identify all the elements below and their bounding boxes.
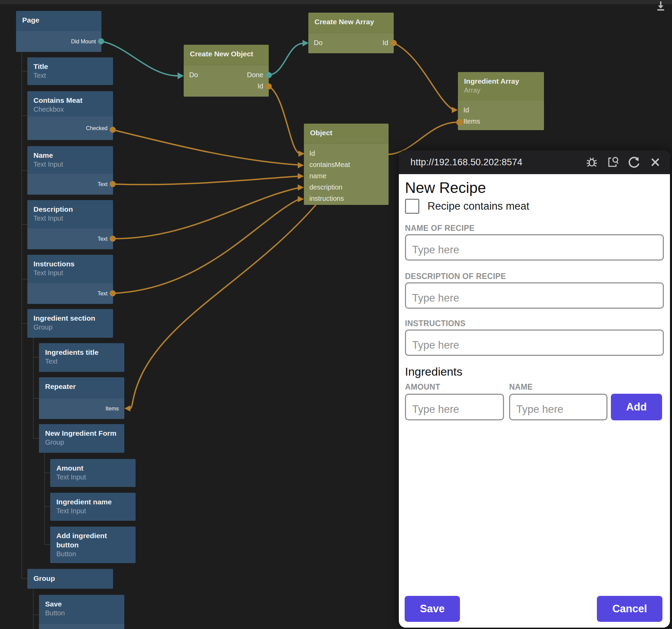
port-items[interactable]: Items	[463, 117, 480, 125]
arrowhead	[298, 196, 304, 202]
node-subtitle: Button	[45, 609, 118, 617]
connection-arrayid-to-ingredientarray-id[interactable]	[394, 43, 452, 109]
recipe-description-input[interactable]	[405, 282, 664, 309]
close-icon[interactable]	[649, 156, 662, 169]
node-ingredient-name-input[interactable]: Ingredient name Text Input	[50, 493, 136, 521]
recipe-instructions-input[interactable]	[405, 330, 664, 356]
port-did-mount[interactable]: Did Mount	[71, 39, 96, 45]
port-do[interactable]: Do	[314, 39, 323, 47]
node-repeater[interactable]: Repeater Items	[39, 377, 124, 419]
port-instructions[interactable]: instructions	[309, 195, 344, 202]
node-title: Amount	[56, 463, 129, 473]
field-label-name: NAME OF RECIPE	[405, 224, 664, 233]
port-text[interactable]: Text	[98, 291, 108, 297]
node-create-new-object[interactable]: Create New Object Do Done Id	[184, 45, 269, 97]
node-title: Ingredient Array	[464, 76, 538, 86]
connection-description-text-to-description[interactable]	[113, 188, 298, 239]
meat-checkbox[interactable]	[405, 199, 419, 214]
arrowhead	[298, 184, 304, 191]
tree-guide	[22, 52, 22, 578]
node-title: Page	[22, 15, 95, 25]
node-new-ingredient-form[interactable]: New Ingredient Form Group	[39, 424, 124, 453]
field-label-description: DESCRIPTION OF RECIPE	[405, 272, 664, 281]
connection-object-to-repeater-items[interactable]	[130, 205, 316, 408]
add-ingredient-button[interactable]: Add	[611, 394, 662, 420]
node-object[interactable]: Object Id containsMeat name description …	[304, 124, 389, 205]
port-id[interactable]: Id	[257, 82, 263, 90]
connection-object-to-ingredientarray-items[interactable]	[389, 122, 456, 154]
bug-icon[interactable]	[585, 156, 598, 169]
connection-checked-to-containsmeat[interactable]	[113, 130, 298, 165]
node-subtitle: Button	[56, 549, 129, 558]
node-subtitle: Group	[33, 323, 107, 332]
node-create-new-array[interactable]: Create New Array Do Id	[308, 13, 394, 53]
connection-name-text-to-name[interactable]	[113, 176, 298, 185]
port-items[interactable]: Items	[106, 406, 119, 412]
arrowhead	[298, 162, 304, 168]
arrowhead	[178, 72, 184, 79]
node-title-text[interactable]: Title Text	[27, 57, 113, 85]
node-title: Description	[33, 205, 107, 214]
connection-done-to-do[interactable]	[269, 43, 303, 75]
node-subtitle: Text Input	[56, 473, 129, 481]
tree-guide	[22, 578, 27, 579]
recipe-name-input[interactable]	[405, 234, 664, 261]
save-button[interactable]: Save	[405, 596, 460, 622]
node-port-section: Do Id	[308, 33, 394, 53]
node-subtitle: Group	[45, 438, 118, 447]
node-add-ingredient-button[interactable]: Add ingredient button Button	[50, 527, 136, 563]
node-ingredient-array[interactable]: Ingredient Array Array Id Items	[458, 72, 544, 130]
ingredient-name-input[interactable]	[509, 394, 607, 420]
download-icon[interactable]	[656, 1, 666, 12]
browser-toolbar: http://192.168.50.202:8574	[399, 150, 670, 174]
node-description-input[interactable]: Description Text Input Text	[27, 200, 113, 249]
url-field[interactable]: http://192.168.50.202:8574	[410, 157, 585, 168]
node-contains-meat[interactable]: Contains Meat Checkbox Checked	[27, 91, 113, 140]
field-label-instructions: INSTRUCTIONS	[405, 319, 664, 328]
node-ingredient-section[interactable]: Ingredient section Group	[27, 309, 113, 338]
preview-browser-window: http://192.168.50.202:8574	[399, 150, 670, 628]
meat-checkbox-label: Recipe contains meat	[428, 200, 529, 212]
ingredients-heading: Ingredients	[405, 364, 664, 379]
port-text[interactable]: Text	[98, 236, 108, 242]
node-title: Object	[310, 128, 382, 137]
port-id[interactable]: Id	[382, 39, 388, 47]
tree-guide	[22, 224, 27, 225]
port-description[interactable]: description	[309, 183, 342, 191]
port-id[interactable]: Id	[463, 106, 469, 114]
node-ingredients-title[interactable]: Ingredients title Text	[39, 343, 124, 372]
port-id[interactable]: Id	[309, 150, 315, 157]
tree-guide	[44, 506, 50, 507]
arrowhead	[303, 40, 309, 46]
node-title: Ingredient name	[56, 497, 129, 506]
port-done[interactable]: Done	[247, 71, 263, 79]
tree-guide	[44, 473, 50, 473]
port-contains-meat[interactable]: containsMeat	[309, 161, 350, 169]
tree-guide	[22, 71, 27, 71]
node-subtitle: Text	[33, 71, 107, 80]
node-port-section: Checked	[27, 116, 113, 140]
connection-id-to-object-id[interactable]	[269, 86, 299, 153]
node-title: Contains Meat	[33, 96, 107, 105]
node-page[interactable]: Page Did Mount	[16, 11, 101, 52]
cancel-button[interactable]: Cancel	[597, 596, 662, 622]
inspect-icon[interactable]	[606, 156, 619, 169]
connection-instructions-text-to-instructions[interactable]	[113, 199, 298, 293]
node-group[interactable]: Group	[27, 569, 113, 589]
tree-guide	[22, 170, 27, 171]
amount-label: AMOUNT	[405, 382, 509, 392]
node-name-input[interactable]: Name Text Input Text	[27, 146, 113, 195]
port-do[interactable]: Do	[189, 71, 198, 79]
preview-page: New Recipe Recipe contains meat NAME OF …	[399, 174, 670, 628]
port-checked[interactable]: Checked	[86, 125, 108, 131]
node-save-button[interactable]: Save Button	[39, 595, 124, 629]
refresh-icon[interactable]	[628, 156, 641, 169]
node-subtitle: Text Input	[56, 506, 129, 515]
node-amount-input[interactable]: Amount Text Input	[50, 459, 136, 487]
port-text[interactable]: Text	[98, 181, 108, 187]
port-name[interactable]: name	[309, 172, 326, 180]
node-title: Repeater	[45, 382, 118, 391]
node-instructions-input[interactable]: Instructions Text Input Text	[27, 255, 113, 304]
tree-guide	[33, 357, 39, 358]
ingredient-amount-input[interactable]	[405, 394, 504, 420]
